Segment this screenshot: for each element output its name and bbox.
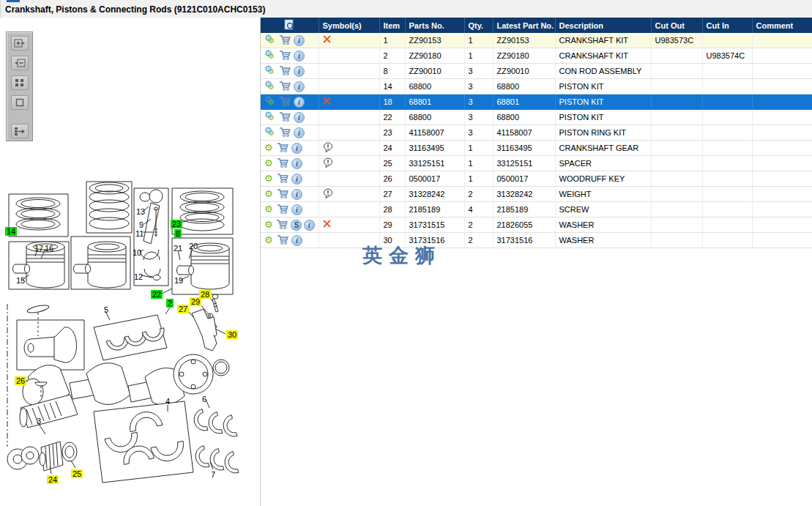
cell-cut-in[interactable] [702, 110, 752, 125]
cell-comment[interactable] [752, 79, 812, 94]
table-row[interactable]: ⚙i 28 2185189 4 2185189 SCREW [261, 202, 812, 217]
column-header-latest-part-no[interactable]: Latest Part No. [493, 18, 555, 33]
diagram-callout-10[interactable]: 10 [131, 248, 143, 257]
cart-icon[interactable] [277, 173, 289, 185]
cart-icon[interactable] [279, 65, 291, 78]
cell-comment[interactable] [752, 64, 812, 79]
cell-cut-out[interactable] [651, 64, 702, 79]
cell-item[interactable]: 23 [379, 125, 405, 141]
diagram-callout-13[interactable]: 13 [135, 207, 146, 216]
cell-qty[interactable]: 2 [464, 217, 493, 233]
cell-qty[interactable]: 1 [464, 33, 493, 48]
cell-comment[interactable] [752, 141, 812, 156]
cell-comment[interactable] [752, 156, 812, 171]
diagram-callout-23[interactable]: 23 [171, 220, 182, 228]
column-header-description[interactable]: Description [555, 18, 651, 33]
diagram-callout-4[interactable]: 4 [164, 397, 171, 406]
table-row[interactable]: ⚙⚙i 14 68800 3 68800 PISTON KIT [261, 79, 812, 94]
cell-cut-out[interactable] [651, 141, 702, 156]
cell-qty[interactable]: 2 [464, 233, 493, 248]
table-row[interactable]: ⚙⚙i 22 68800 3 68800 PISTON KIT [261, 110, 812, 125]
cell-latest-part-no[interactable]: 2185189 [493, 202, 555, 217]
cell-qty[interactable]: 3 [464, 79, 493, 94]
cell-cut-in[interactable] [702, 94, 752, 110]
column-header-item[interactable]: Item [379, 18, 405, 33]
cell-item[interactable]: 28 [379, 202, 405, 217]
cell-comment[interactable] [752, 187, 812, 202]
cell-qty[interactable]: 3 [464, 125, 493, 141]
cell-comment[interactable] [752, 125, 812, 141]
cell-description[interactable]: CRANKSHAFT GEAR [555, 141, 651, 156]
cell-cut-in[interactable] [702, 217, 752, 233]
cell-item[interactable]: 18 [379, 94, 405, 110]
column-header-cut-out[interactable]: Cut Out [651, 18, 702, 33]
column-header-parts-no[interactable]: Parts No. [405, 18, 464, 33]
cell-qty[interactable]: 1 [464, 48, 493, 64]
diagram-callout-9[interactable]: 9 [138, 220, 145, 229]
cell-latest-part-no[interactable]: ZZ90180 [493, 48, 555, 64]
cell-parts-no[interactable]: 68800 [405, 79, 464, 94]
cell-qty[interactable]: 3 [464, 110, 493, 125]
diagram-callout-25[interactable]: 25 [71, 469, 83, 478]
cell-parts-no[interactable]: 68801 [405, 94, 464, 110]
diagram-callout-20[interactable]: 20 [187, 242, 199, 250]
cell-item[interactable]: 26 [379, 171, 405, 187]
info-icon[interactable]: i [294, 81, 305, 92]
cell-comment[interactable] [752, 110, 812, 125]
cell-item[interactable]: 1 [379, 33, 405, 48]
cell-cut-out[interactable] [651, 202, 702, 217]
cell-cut-out[interactable] [651, 48, 702, 64]
column-header-comment[interactable]: Comment [752, 18, 812, 33]
info-icon[interactable]: i [294, 66, 305, 77]
cell-qty[interactable]: 4 [464, 202, 493, 217]
multi-gear-icon[interactable]: ⚙⚙ [264, 50, 277, 62]
cell-cut-in[interactable] [702, 187, 752, 202]
cart-icon[interactable] [279, 50, 291, 62]
diagram-callout-27[interactable]: 27 [177, 305, 189, 313]
column-header-symbols[interactable]: Symbol(s) [319, 18, 379, 33]
cell-parts-no[interactable]: 31328242 [405, 187, 464, 202]
cell-qty[interactable]: 1 [464, 156, 493, 171]
cell-comment[interactable] [752, 202, 812, 217]
cell-cut-out[interactable] [651, 217, 702, 233]
multi-gear-icon[interactable]: ⚙⚙ [264, 111, 277, 123]
cell-parts-no[interactable]: ZZ90153 [405, 33, 464, 48]
cell-item[interactable]: 25 [379, 156, 405, 171]
table-row[interactable]: ⚙⚙i 2 ZZ90180 1 ZZ90180 CRANKSHAFT KIT U… [261, 48, 812, 64]
column-header-qty[interactable]: Qty. [464, 18, 493, 33]
cell-parts-no[interactable]: 68800 [405, 110, 464, 125]
cell-latest-part-no[interactable]: 68800 [493, 79, 555, 94]
cell-parts-no[interactable]: ZZ90010 [405, 64, 464, 79]
table-row[interactable]: ⚙i 30 31731516 2 31731516 WASHER [261, 233, 812, 248]
cell-description[interactable]: CRANKSHAFT KIT [555, 33, 651, 48]
diagram-callout-3[interactable]: 3 [35, 417, 42, 425]
cell-parts-no[interactable]: 33125151 [405, 156, 464, 171]
cell-description[interactable]: CRANKSHAFT KIT [555, 48, 651, 64]
diagram-callout-30[interactable]: 30 [226, 330, 238, 339]
cart-icon[interactable] [279, 81, 291, 93]
diagram-callout-12[interactable]: 12 [133, 272, 144, 281]
table-row[interactable]: ⚙i 26 0500017 1 0500017 WOODRUFF KEY [261, 171, 812, 187]
info-icon[interactable]: i [294, 51, 305, 62]
info-icon[interactable]: i [294, 35, 305, 46]
diagram-callout-2[interactable]: 2 [166, 299, 174, 308]
cart-icon[interactable] [279, 127, 291, 139]
cell-description[interactable]: WASHER [555, 233, 651, 248]
cell-cut-in[interactable] [702, 141, 752, 156]
diagram-callout-29[interactable]: 29 [190, 297, 201, 306]
info-icon[interactable]: i [291, 158, 302, 169]
cell-description[interactable]: SCREW [555, 202, 651, 217]
table-row[interactable]: ⚙⚙i 8 ZZ90010 3 ZZ90010 CON ROD ASSEMBLY [261, 64, 812, 79]
cell-item[interactable]: 2 [379, 48, 405, 64]
multi-gear-icon[interactable]: ⚙⚙ [264, 65, 277, 77]
cell-item[interactable]: 27 [379, 187, 405, 202]
diagram-callout-21[interactable]: 21 [172, 244, 184, 253]
info-icon[interactable]: i [291, 143, 302, 154]
cell-latest-part-no[interactable]: ZZ90010 [493, 64, 555, 79]
info-icon[interactable]: i [291, 204, 302, 215]
cell-cut-in[interactable] [702, 171, 752, 187]
cell-latest-part-no[interactable]: ZZ90153 [493, 33, 555, 48]
cell-comment[interactable] [752, 233, 812, 248]
multi-gear-icon[interactable]: ⚙⚙ [264, 127, 277, 138]
info-icon[interactable]: i [294, 112, 305, 123]
